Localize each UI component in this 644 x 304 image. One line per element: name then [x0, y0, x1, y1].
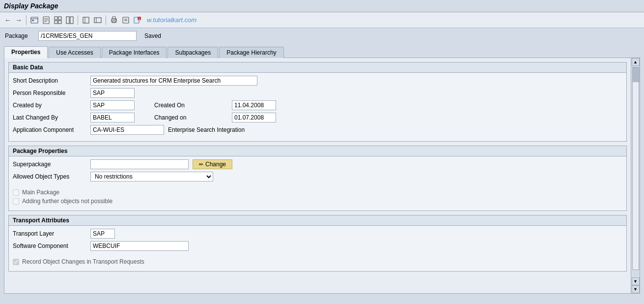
toolbar-sep-1	[26, 15, 27, 25]
application-component-input[interactable]	[90, 125, 164, 135]
tool5-button[interactable]	[81, 15, 91, 25]
tab-subpackages[interactable]: Subpackages	[168, 47, 218, 58]
application-component-label: Application Component	[13, 126, 86, 133]
basic-data-title: Basic Data	[9, 62, 626, 73]
scroll-down-button-2[interactable]: ▼	[632, 285, 640, 293]
short-description-row: Short Description	[13, 76, 622, 86]
change-button[interactable]: ✏ Change	[193, 159, 232, 169]
svg-rect-13	[83, 17, 89, 23]
tab-package-interfaces[interactable]: Package Interfaces	[102, 47, 167, 58]
basic-data-section: Basic Data Short Description Person Resp…	[8, 62, 627, 142]
tool3-button[interactable]	[53, 15, 63, 25]
saved-status: Saved	[144, 32, 161, 39]
scroll-track	[632, 67, 639, 270]
tool2-button[interactable]	[41, 15, 52, 25]
svg-rect-10	[58, 21, 61, 24]
title-bar: Display Package	[0, 0, 644, 12]
tool8-button[interactable]	[120, 15, 131, 25]
scroll-thumb	[633, 67, 640, 82]
content-area: Basic Data Short Description Person Resp…	[4, 58, 631, 293]
short-description-label: Short Description	[13, 77, 86, 84]
adding-objects-label: Adding further objects not possible	[22, 198, 112, 205]
transport-layer-label: Transport Layer	[13, 230, 86, 237]
page-title: Display Package	[4, 2, 58, 10]
person-responsible-input[interactable]	[90, 88, 135, 98]
allowed-object-types-row: Allowed Object Types No restrictions	[13, 172, 622, 182]
svg-rect-15	[94, 18, 101, 23]
allowed-object-types-label: Allowed Object Types	[13, 173, 86, 180]
tabs-container: Properties Use Accesses Package Interfac…	[0, 44, 644, 58]
scroll-up-button[interactable]: ▲	[632, 58, 640, 66]
created-by-label: Created by	[13, 102, 86, 109]
toolbar: ← → i w.tutorialkart.com	[0, 12, 644, 28]
transport-layer-row: Transport Layer	[13, 229, 622, 239]
transport-attributes-section: Transport Attributes Transport Layer Sof…	[8, 215, 627, 272]
superpackage-row: Superpackage ✏ Change	[13, 159, 622, 169]
package-label: Package	[5, 32, 34, 39]
svg-point-20	[115, 19, 116, 20]
short-description-input[interactable]	[90, 76, 257, 86]
svg-rect-2	[32, 20, 34, 21]
last-changed-by-label: Last Changed By	[13, 114, 86, 121]
main-package-label: Main Package	[22, 189, 59, 196]
svg-rect-21	[123, 17, 129, 23]
adding-objects-row: Adding further objects not possible	[13, 198, 622, 205]
pencil-icon: ✏	[199, 161, 203, 168]
vertical-scrollbar[interactable]: ▲ ⋯ ▼ ▼	[631, 58, 640, 293]
main-package-row: Main Package	[13, 189, 622, 196]
main-package-checkbox[interactable]	[13, 189, 19, 196]
software-component-input[interactable]	[90, 241, 189, 251]
superpackage-label: Superpackage	[13, 161, 86, 168]
svg-rect-8	[58, 17, 61, 20]
forward-button[interactable]: →	[14, 15, 24, 25]
created-by-input[interactable]	[90, 100, 135, 110]
changed-on-label: Changed on	[154, 114, 228, 121]
tool6-button[interactable]	[92, 15, 103, 25]
svg-rect-9	[55, 21, 57, 24]
record-changes-label: Record Object Changes in Transport Reque…	[22, 258, 144, 265]
transport-attributes-title: Transport Attributes	[9, 215, 626, 226]
toolbar-sep-3	[106, 15, 106, 25]
changed-on-input[interactable]	[232, 113, 276, 122]
record-changes-checkbox[interactable]	[13, 259, 19, 265]
software-component-label: Software Component	[13, 243, 86, 249]
application-component-desc: Enterprise Search Integration	[168, 126, 245, 133]
created-row: Created by Created On	[13, 100, 622, 110]
scroll-dots: ⋯	[634, 271, 638, 277]
tab-properties[interactable]: Properties	[4, 46, 48, 58]
package-row: Package Saved	[0, 28, 644, 44]
info-button[interactable]: i	[132, 15, 143, 25]
created-on-label: Created On	[154, 102, 228, 109]
application-component-row: Application Component Enterprise Search …	[13, 125, 622, 135]
toolbar-sep-2	[78, 15, 78, 25]
svg-rect-7	[55, 17, 57, 20]
package-input[interactable]	[38, 31, 137, 41]
print-button[interactable]	[109, 15, 119, 25]
package-properties-title: Package Properties	[9, 146, 626, 156]
adding-objects-checkbox[interactable]	[13, 198, 19, 205]
superpackage-input[interactable]	[90, 159, 189, 169]
back-button[interactable]: ←	[3, 15, 13, 25]
software-component-row: Software Component	[13, 241, 622, 251]
changed-row: Last Changed By Changed on	[13, 113, 622, 122]
tab-use-accesses[interactable]: Use Accesses	[49, 47, 100, 58]
person-responsible-row: Person Responsible	[13, 88, 622, 98]
svg-rect-12	[70, 17, 73, 24]
package-properties-section: Package Properties Superpackage ✏ Change…	[8, 146, 627, 211]
record-changes-row: Record Object Changes in Transport Reque…	[13, 258, 622, 265]
scroll-down-button-1[interactable]: ▼	[632, 277, 640, 285]
created-on-input[interactable]	[232, 100, 276, 110]
allowed-object-types-select[interactable]: No restrictions	[90, 172, 213, 182]
tool1-button[interactable]	[29, 15, 40, 25]
last-changed-by-input[interactable]	[90, 113, 135, 122]
svg-rect-11	[66, 17, 69, 24]
watermark-text: w.tutorialkart.com	[147, 16, 196, 24]
person-responsible-label: Person Responsible	[13, 90, 86, 96]
transport-layer-input[interactable]	[90, 229, 115, 239]
main-content: Basic Data Short Description Person Resp…	[4, 58, 640, 294]
tool4-button[interactable]	[64, 15, 75, 25]
tab-package-hierarchy[interactable]: Package Hierarchy	[219, 47, 283, 58]
